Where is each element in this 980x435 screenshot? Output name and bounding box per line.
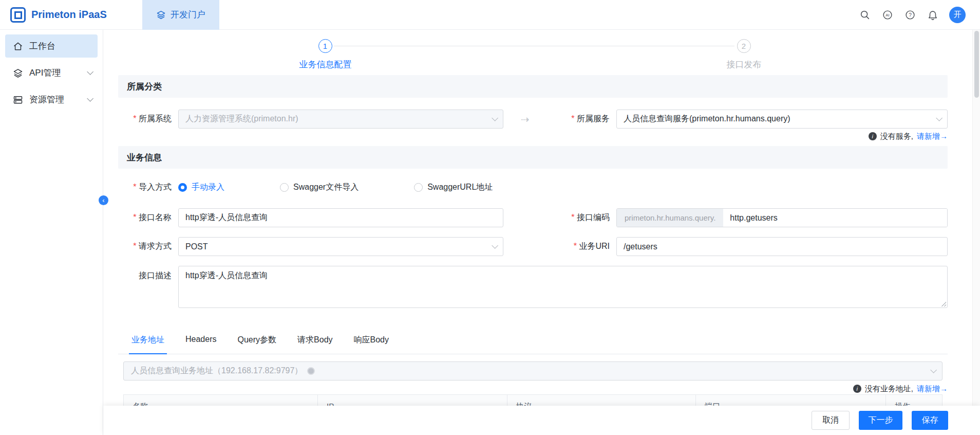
cancel-button[interactable]: 取消 xyxy=(812,411,850,430)
scrollbar-thumb[interactable] xyxy=(974,31,979,98)
svg-text:?: ? xyxy=(909,12,912,17)
tab-request-body[interactable]: 请求Body xyxy=(297,335,332,354)
no-address-hint: i 没有业务地址, 请新增→ xyxy=(118,384,948,394)
detail-tabs: 业务地址 Headers Query参数 请求Body 响应Body xyxy=(118,335,948,354)
tab-headers[interactable]: Headers xyxy=(185,335,216,354)
chevron-down-icon xyxy=(492,242,498,249)
step-label-api-publish: 接口发布 xyxy=(683,59,806,70)
row-system-service: 所属系统 人力资源管理系统(primeton.hr) ⇢ 所属服务 人员信息查询… xyxy=(118,110,948,129)
main-content: 1 2 业务信息配置 接口发布 所属分类 所属系统 人力资源管理系统(prime… xyxy=(103,30,972,435)
no-address-text: 没有业务地址, xyxy=(865,384,913,394)
radio-swagger-url[interactable]: SwaggerURL地址 xyxy=(414,182,493,193)
tab-dev-portal-label: 开发门户 xyxy=(171,9,205,21)
label-request-method: 请求方式 xyxy=(118,241,178,252)
system-select-value: 人力资源管理系统(primeton.hr) xyxy=(185,114,298,124)
next-step-button[interactable]: 下一步 xyxy=(859,411,902,430)
business-uri-wrap xyxy=(616,237,948,256)
add-service-link[interactable]: 请新增→ xyxy=(917,132,948,141)
radio-dot xyxy=(414,183,423,192)
stepper-connector xyxy=(334,46,734,46)
section-title-business: 业务信息 xyxy=(118,146,948,169)
business-address-value: 人员信息查询业务地址（192.168.17.82:9797） xyxy=(131,366,303,376)
save-button[interactable]: 保存 xyxy=(912,411,948,430)
label-service: 所属服务 xyxy=(571,114,616,124)
api-name-field-wrap xyxy=(178,208,503,227)
label-api-code: 接口编码 xyxy=(571,212,616,223)
step-label-business-config: 业务信息配置 xyxy=(264,59,387,70)
tab-business-address[interactable]: 业务地址 xyxy=(131,335,164,354)
sidebar-item-resource-management[interactable]: 资源管理 xyxy=(5,88,98,111)
tab-query-params[interactable]: Query参数 xyxy=(237,335,276,354)
tab-response-body[interactable]: 响应Body xyxy=(354,335,389,354)
chevron-down-icon xyxy=(492,115,498,121)
radio-label: SwaggerURL地址 xyxy=(427,182,493,193)
system-service-mid: ⇢ 所属服务 xyxy=(503,114,616,124)
chevron-down-icon xyxy=(936,115,943,121)
server-icon xyxy=(13,95,23,105)
vertical-scrollbar[interactable] xyxy=(972,30,980,435)
api-description-wrap: http穿透-人员信息查询 xyxy=(178,266,948,308)
radio-dot xyxy=(280,183,289,192)
label-import-mode: 导入方式 xyxy=(118,182,178,193)
add-address-link[interactable]: 请新增→ xyxy=(917,384,948,394)
sidebar-item-label: 工作台 xyxy=(29,40,55,52)
radio-label: Swagger文件导入 xyxy=(293,182,359,193)
api-code-field: primeton.hr.humans.query. xyxy=(616,208,948,227)
brand: Primeton iPaaS xyxy=(0,7,142,23)
name-code-mid: 接口编码 xyxy=(503,212,616,223)
business-uri-input[interactable] xyxy=(616,237,948,256)
portal-layers-icon xyxy=(156,10,166,20)
tab-dev-portal[interactable]: 开发门户 xyxy=(142,0,219,30)
api-description-textarea[interactable]: http穿透-人员信息查询 xyxy=(178,266,948,308)
help-icon[interactable]: ? xyxy=(904,9,916,21)
section-title-category: 所属分类 xyxy=(118,75,948,98)
radio-swagger-file[interactable]: Swagger文件导入 xyxy=(280,182,359,193)
method-uri-mid: 业务URI xyxy=(503,241,616,252)
step-circle-1: 1 xyxy=(318,39,332,53)
ai-assistant-icon[interactable]: AI xyxy=(881,9,894,21)
label-system: 所属系统 xyxy=(118,114,178,124)
request-method-value: POST xyxy=(185,242,208,251)
label-business-uri: 业务URI xyxy=(574,241,616,252)
service-select[interactable]: 人员信息查询服务(primeton.hr.humans.query) xyxy=(616,110,948,129)
system-select[interactable]: 人力资源管理系统(primeton.hr) xyxy=(178,110,503,129)
search-icon[interactable] xyxy=(859,9,871,21)
footer-action-bar: 取消 下一步 保存 xyxy=(103,406,980,435)
label-api-name: 接口名称 xyxy=(118,212,178,223)
sidebar: 工作台 API管理 资源管理 xyxy=(0,30,103,435)
api-code-input[interactable] xyxy=(723,209,947,227)
request-method-select[interactable]: POST xyxy=(178,237,503,256)
sidebar-item-label: 资源管理 xyxy=(29,94,64,105)
api-name-input[interactable] xyxy=(178,208,503,227)
topbar-actions: AI ? 开 xyxy=(859,7,980,23)
brand-name: Primeton iPaaS xyxy=(31,9,107,21)
info-icon: i xyxy=(853,385,861,393)
row-import-mode: 导入方式 手动录入 Swagger文件导入 SwaggerURL地址 xyxy=(118,181,948,193)
chevron-down-icon xyxy=(87,95,93,102)
step-circle-2: 2 xyxy=(737,39,751,53)
api-code-prefix: primeton.hr.humans.query. xyxy=(617,209,723,227)
service-select-value: 人员信息查询服务(primeton.hr.humans.query) xyxy=(624,114,790,124)
info-icon: i xyxy=(869,132,877,140)
sidebar-item-label: API管理 xyxy=(29,67,61,79)
sidebar-collapse-handle[interactable]: ‹ xyxy=(99,195,108,205)
row-description: 接口描述 http穿透-人员信息查询 xyxy=(118,266,948,308)
radio-label: 手动录入 xyxy=(192,182,224,193)
row-method-uri: 请求方式 POST 业务URI xyxy=(118,237,948,256)
business-address-select[interactable]: 人员信息查询业务地址（192.168.17.82:9797） xyxy=(123,361,943,380)
notification-bell-icon[interactable] xyxy=(927,9,939,21)
address-status-dot xyxy=(307,367,315,375)
sidebar-item-workbench[interactable]: 工作台 xyxy=(5,34,98,58)
sidebar-item-api-management[interactable]: API管理 xyxy=(5,61,98,84)
chevron-down-icon xyxy=(87,68,93,75)
section-title-business-text: 业务信息 xyxy=(127,152,162,164)
chevron-down-icon xyxy=(930,367,937,373)
stepper: 1 2 业务信息配置 接口发布 xyxy=(118,35,948,75)
no-service-text: 没有服务, xyxy=(880,132,913,141)
radio-manual-entry[interactable]: 手动录入 xyxy=(178,182,224,193)
layers-icon xyxy=(13,68,23,78)
dashed-arrow-icon: ⇢ xyxy=(521,114,530,124)
label-api-description: 接口描述 xyxy=(118,266,178,281)
user-avatar[interactable]: 开 xyxy=(949,7,966,23)
no-service-hint: i 没有服务, 请新增→ xyxy=(118,131,948,141)
